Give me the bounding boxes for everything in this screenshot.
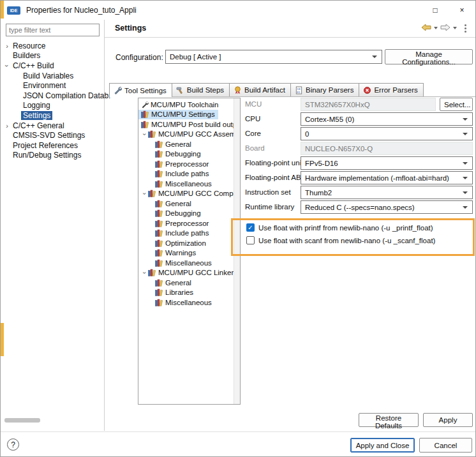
checkbox-checked-icon[interactable]: ✓ [246, 223, 255, 232]
sidebar-item-builders[interactable]: Builders [1, 51, 104, 61]
sidebar-item-c-c-general[interactable]: ›C/C++ General [1, 121, 104, 131]
manage-configurations-button[interactable]: Manage Configurations... [385, 49, 473, 64]
tool-tree-item-mcu-mpu-toolchain[interactable]: MCU/MPU Toolchain [138, 100, 234, 110]
sidebar-item-label: C/C++ General [11, 121, 66, 130]
restore-defaults-button[interactable]: Restore Defaults [359, 413, 419, 427]
chevron-down-icon[interactable]: › [3, 62, 11, 70]
checkbox-unchecked-icon[interactable] [246, 236, 255, 244]
settings-books-icon [155, 160, 163, 168]
floating-point-abi-combo[interactable]: Hardware implementation (-mfloat-abi=har… [301, 171, 473, 184]
tab-label: Binary Parsers [306, 86, 353, 94]
sidebar-item-resource[interactable]: ›Resource [1, 41, 104, 51]
tab-tool-settings[interactable]: Tool Settings [109, 83, 172, 97]
tool-tree-item-mcu-mpu-gcc-compiler[interactable]: ›MCU/MPU GCC Compiler [138, 189, 234, 199]
sidebar-item-label: Environment [21, 81, 68, 90]
error-icon [363, 86, 371, 94]
tool-tree-item-miscellaneous[interactable]: Miscellaneous [138, 179, 234, 189]
back-arrow-icon[interactable] [421, 22, 431, 34]
printf-float-option[interactable]: ✓ Use float with printf from newlib-nano… [246, 223, 433, 232]
tab-binary-parsers[interactable]: 1001 Binary Parsers [290, 83, 359, 96]
sidebar-item-environment[interactable]: Environment [1, 80, 104, 91]
maximize-button[interactable]: □ [422, 1, 449, 20]
tool-tree-item-miscellaneous[interactable]: Miscellaneous [138, 258, 234, 268]
tab-build-artifact[interactable]: Build Artifact [229, 83, 291, 96]
tool-tree-scrollbar[interactable] [234, 98, 240, 404]
apply-button[interactable]: Apply [423, 413, 473, 427]
chevron-down-icon[interactable]: › [141, 190, 148, 197]
tool-tree-item-include-paths[interactable]: Include paths [138, 228, 234, 239]
back-history-caret-icon[interactable] [434, 27, 438, 29]
chevron-right-icon[interactable]: › [3, 42, 11, 50]
tool-tree-item-warnings[interactable]: Warnings [138, 248, 234, 258]
sidebar-item-label: Logging [21, 101, 52, 110]
tool-tree-item-general[interactable]: General [138, 139, 234, 149]
field-label: MCU [245, 100, 262, 108]
forward-history-caret-icon[interactable] [453, 27, 457, 29]
sidebar-item-project-references[interactable]: Project References [1, 140, 104, 151]
tool-tree-item-mcu-mpu-gcc-assembler[interactable]: ›MCU/MPU GCC Assembler [138, 130, 234, 140]
chevron-right-icon[interactable]: › [3, 122, 11, 130]
field-value: Thumb2 [305, 189, 332, 197]
tool-tree-item-mcu-mpu-gcc-linker[interactable]: ›MCU/MPU GCC Linker [138, 268, 234, 278]
core-combo[interactable]: 0 [301, 127, 473, 140]
tool-tree-item-debugging[interactable]: Debugging [138, 149, 234, 160]
sidebar-item-label: Run/Debug Settings [11, 151, 83, 160]
field-label: CPU [245, 115, 260, 123]
floating-point-unit-combo[interactable]: FPv5-D16 [301, 156, 473, 170]
tool-tree-item-label: Miscellaneous [165, 299, 212, 306]
tool-tree-item-label: Warnings [165, 249, 196, 257]
tool-tree-item-label: MCU/MPU Settings [151, 110, 215, 118]
select-button[interactable]: Select... [440, 98, 473, 111]
settings-books-icon [155, 170, 163, 177]
sidebar-item-build-variables[interactable]: Build Variables [1, 71, 104, 81]
help-button[interactable]: ? [7, 438, 19, 451]
annotation-edge-bar-mid [1, 323, 4, 356]
sidebar-item-c-c-build[interactable]: ›C/C++ Build [1, 61, 104, 71]
tool-tree-item-general[interactable]: General [138, 199, 234, 209]
scanf-float-option[interactable]: Use float with scanf from newlib-nano (-… [246, 236, 435, 244]
form-row-runtime-library: Runtime libraryReduced C (--specs=nano.s… [244, 200, 473, 215]
tab-build-steps[interactable]: Build Steps [172, 83, 230, 96]
instruction-set-combo[interactable]: Thumb2 [301, 186, 473, 199]
field-label: Floating-point ABI [245, 174, 303, 181]
tool-tree-item-debugging[interactable]: Debugging [138, 209, 234, 219]
sidebar-item-label: JSON Compilation Datab: [21, 91, 112, 100]
tool-tree-item-general[interactable]: General [138, 278, 234, 288]
sidebar-item-cmsis-svd-settings[interactable]: CMSIS-SVD Settings [1, 130, 104, 140]
configuration-combo[interactable]: Debug [ Active ] [165, 50, 382, 64]
tool-tree-item-include-paths[interactable]: Include paths [138, 169, 234, 179]
settings-books-icon [141, 121, 149, 128]
cpu-combo[interactable]: Cortex-M55 (0) [301, 112, 473, 126]
chevron-down-icon[interactable]: › [141, 131, 148, 138]
tool-tree-item-label: Preprocessor [165, 220, 209, 227]
close-button[interactable]: × [449, 1, 475, 20]
sidebar-item-settings[interactable]: Settings [1, 110, 104, 121]
sidebar-item-label: Settings [21, 111, 52, 120]
settings-books-icon [141, 110, 149, 118]
tool-tree-item-optimization[interactable]: Optimization [138, 238, 234, 248]
sidebar-hscroll-thumb[interactable] [4, 418, 40, 423]
cancel-button[interactable]: Cancel [419, 438, 472, 453]
runtime-library-combo[interactable]: Reduced C (--specs=nano.specs) [301, 200, 473, 214]
page-title: Settings [115, 24, 146, 33]
chevron-down-icon[interactable]: › [141, 269, 148, 276]
settings-books-icon [148, 269, 156, 276]
settings-books-icon [155, 140, 163, 148]
apply-and-close-button[interactable]: Apply and Close [350, 438, 415, 453]
window-controls: □ × [422, 1, 475, 20]
forward-arrow-icon[interactable] [440, 22, 450, 34]
tool-tree-item-mcu-mpu-settings[interactable]: MCU/MPU Settings [138, 110, 218, 120]
tool-tree-item-label: Preprocessor [165, 160, 209, 168]
tool-tree-item-miscellaneous[interactable]: Miscellaneous [138, 297, 234, 308]
tool-tree-item-libraries[interactable]: Libraries [138, 288, 234, 298]
tool-tree-item-label: Include paths [165, 170, 209, 177]
tool-tree-item-preprocessor[interactable]: Preprocessor [138, 218, 234, 228]
filter-input[interactable] [6, 24, 100, 36]
sidebar-item-logging[interactable]: Logging [1, 101, 104, 111]
tool-tree-item-mcu-mpu-post-build-outputs[interactable]: MCU/MPU Post build outputs [138, 119, 234, 130]
view-menu-icon[interactable] [465, 24, 466, 26]
sidebar-item-run-debug-settings[interactable]: Run/Debug Settings [1, 151, 104, 161]
tool-tree-item-preprocessor[interactable]: Preprocessor [138, 159, 234, 169]
sidebar-item-json-compilation-datab[interactable]: JSON Compilation Datab: [1, 91, 104, 101]
tab-error-parsers[interactable]: Error Parsers [359, 83, 423, 96]
